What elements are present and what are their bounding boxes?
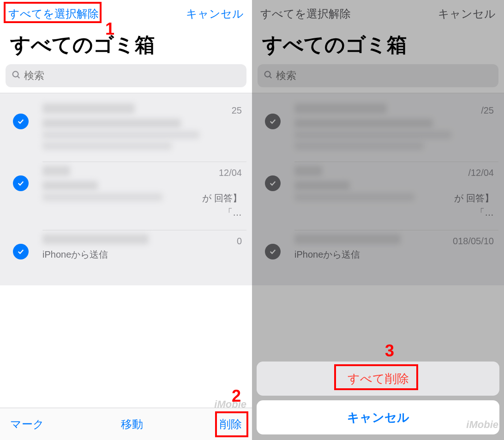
move-button[interactable]: 移動 <box>121 417 143 432</box>
deselect-all-button[interactable]: すべてを選択解除 <box>8 6 99 21</box>
sender-blurred <box>42 234 149 244</box>
action-sheet: すべて削除 キャンセル <box>257 357 499 434</box>
mail-date: 25 <box>232 105 246 116</box>
mail-snippet: 「… <box>42 206 246 219</box>
svg-point-0 <box>13 72 18 77</box>
annotation-number-2: 2 <box>232 386 241 406</box>
svg-line-1 <box>18 76 19 78</box>
sender-blurred <box>42 166 70 176</box>
delete-all-button[interactable]: すべて削除 <box>257 362 499 396</box>
checkbox-selected-icon[interactable] <box>13 244 29 259</box>
delete-button[interactable]: 削除 <box>220 417 242 432</box>
mail-date: 12/04 <box>219 168 246 178</box>
list-item[interactable]: 25 <box>0 93 252 155</box>
search-icon <box>11 70 21 82</box>
navbar: すべてを選択解除 キャンセル <box>0 0 252 27</box>
checkbox-selected-icon[interactable] <box>13 114 29 129</box>
search-field[interactable] <box>6 64 246 87</box>
mark-button[interactable]: マーク <box>10 417 44 432</box>
body-blurred <box>42 142 172 150</box>
bottom-toolbar: マーク 移動 削除 <box>0 408 252 440</box>
checkbox-selected-icon[interactable] <box>13 175 29 191</box>
mail-date: 0 <box>237 236 246 247</box>
pane-action-sheet: すべてを選択解除 キャンセル すべてのゴミ箱 /25 <box>252 0 504 440</box>
sheet-cancel-button[interactable]: キャンセル <box>257 400 499 434</box>
mail-snippet: が 回答】 <box>202 192 246 205</box>
list-item[interactable]: 0 iPhoneから送信 <box>0 223 252 285</box>
body-blurred <box>42 131 199 139</box>
subject-blurred <box>42 119 181 128</box>
body-blurred <box>42 193 162 201</box>
mail-snippet: iPhoneから送信 <box>42 248 246 261</box>
pane-select-all: すべてを選択解除 キャンセル すべてのゴミ箱 25 <box>0 0 252 440</box>
cancel-button[interactable]: キャンセル <box>186 6 244 21</box>
search-input[interactable] <box>24 70 241 82</box>
page-title: すべてのゴミ箱 <box>0 27 252 64</box>
sender-blurred <box>42 103 135 114</box>
list-item[interactable]: 12/04 が 回答】 「… <box>0 155 252 223</box>
mail-list: 25 12/04 <box>0 93 252 285</box>
subject-blurred <box>42 181 98 190</box>
